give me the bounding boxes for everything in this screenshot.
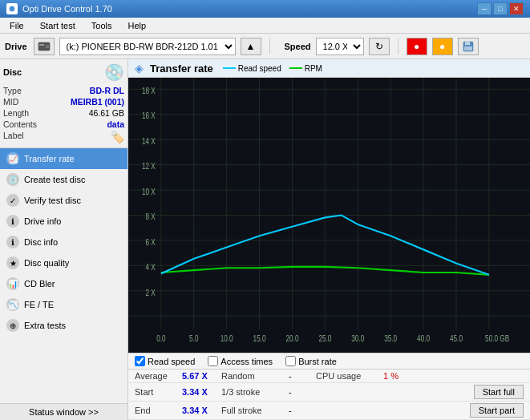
color-button2[interactable]: ● <box>432 38 453 55</box>
drive-info-icon: ℹ <box>6 215 19 228</box>
read-speed-checkbox[interactable] <box>135 356 145 366</box>
app-title: Opti Drive Control 1.70 <box>22 4 112 14</box>
status-window-button[interactable]: Status window >> <box>0 403 127 420</box>
menu-start-test[interactable]: Start test <box>34 19 82 32</box>
svg-text:40.0: 40.0 <box>417 333 430 343</box>
svg-text:2 X: 2 X <box>145 287 156 297</box>
svg-text:0.0: 0.0 <box>156 333 166 343</box>
svg-text:8 X: 8 X <box>145 212 156 222</box>
chart-header: ◈ Transfer rate Read speed RPM <box>128 59 530 78</box>
stat-1-3-stroke-label: 1/3 stroke <box>221 387 285 397</box>
svg-text:14 X: 14 X <box>142 136 156 147</box>
legend-read-color <box>223 67 236 69</box>
maximize-button[interactable]: □ <box>493 2 508 15</box>
stat-average-label: Average <box>135 371 179 381</box>
nav-fe-te-label: FE / TE <box>24 300 54 309</box>
svg-rect-6 <box>465 42 470 45</box>
svg-text:35.0: 35.0 <box>384 333 397 343</box>
toolbar: Drive (k:) PIONEER BD-RW BDR-212D 1.01 ▲… <box>0 34 530 59</box>
read-speed-checkbox-item: Read speed <box>135 356 195 366</box>
legend-rpm-color <box>289 67 302 69</box>
extra-tests-icon: ⊕ <box>6 319 19 332</box>
nav-cd-bler[interactable]: 📊 CD Bler <box>0 273 127 294</box>
read-speed-checkbox-label: Read speed <box>148 357 195 366</box>
stats-area: Average 5.67 X Random - CPU usage 1 % St… <box>128 369 530 420</box>
legend-rpm: RPM <box>289 64 322 73</box>
nav-extra-tests[interactable]: ⊕ Extra tests <box>0 315 127 336</box>
minimize-button[interactable]: ─ <box>477 2 492 15</box>
transfer-rate-icon: 📈 <box>6 152 19 165</box>
disc-contents-row: Contents data <box>3 119 124 130</box>
menu-tools[interactable]: Tools <box>85 19 119 32</box>
stat-cpu-label: CPU usage <box>316 371 380 381</box>
svg-text:50.0 GB: 50.0 GB <box>485 333 509 343</box>
stat-full-stroke-label: Full stroke <box>221 406 285 415</box>
legend-read-label: Read speed <box>238 64 281 73</box>
svg-text:5.0: 5.0 <box>189 333 199 343</box>
cd-bler-icon: 📊 <box>6 277 19 290</box>
speed-label: Speed <box>285 42 311 51</box>
toolbar-separator <box>269 38 270 55</box>
chart-title: Transfer rate <box>150 63 213 75</box>
disc-section: Disc 💿 Type BD-R DL MID MEIRB1 (001) Len… <box>0 59 127 148</box>
chart-legend: Read speed RPM <box>223 64 322 73</box>
speed-select[interactable]: 12.0 X <box>316 38 364 55</box>
svg-text:6 X: 6 X <box>145 236 156 247</box>
access-times-checkbox-label: Access times <box>220 357 273 366</box>
disc-length-val: 46.61 GB <box>89 108 124 118</box>
menu-help[interactable]: Help <box>121 19 152 32</box>
close-button[interactable]: ✕ <box>509 2 524 15</box>
refresh-button[interactable]: ↻ <box>369 38 390 55</box>
menu-bar: File Start test Tools Help <box>0 18 530 34</box>
nav-extra-tests-label: Extra tests <box>24 321 66 330</box>
svg-point-0 <box>9 6 15 12</box>
verify-test-disc-icon: ✓ <box>6 194 19 207</box>
nav-create-test-disc[interactable]: 💿 Create test disc <box>0 169 127 190</box>
nav-create-test-disc-label: Create test disc <box>24 175 85 184</box>
start-full-button[interactable]: Start full <box>474 385 524 399</box>
stat-cpu-val: 1 % <box>383 371 407 381</box>
disc-type-row: Type BD-R DL <box>3 85 124 96</box>
nav-transfer-rate[interactable]: 📈 Transfer rate <box>0 148 127 169</box>
nav-disc-quality[interactable]: ★ Disc quality <box>0 252 127 273</box>
left-panel: Disc 💿 Type BD-R DL MID MEIRB1 (001) Len… <box>0 59 128 420</box>
drive-select[interactable]: (k:) PIONEER BD-RW BDR-212D 1.01 <box>59 38 236 55</box>
eject-button[interactable]: ▲ <box>241 38 261 55</box>
stats-row-end: End 3.34 X Full stroke - Start part <box>128 402 530 420</box>
title-bar: Opti Drive Control 1.70 ─ □ ✕ <box>0 0 530 18</box>
stat-start-val: 3.34 X <box>182 387 218 397</box>
main-layout: Disc 💿 Type BD-R DL MID MEIRB1 (001) Len… <box>0 59 530 420</box>
save-button[interactable] <box>458 38 479 55</box>
start-part-button[interactable]: Start part <box>470 403 524 418</box>
disc-label-row: Label 🏷️ <box>3 130 124 144</box>
toolbar-sep2 <box>398 38 399 55</box>
drive-label: Drive <box>5 42 27 51</box>
disc-type-val: BD-R DL <box>90 86 124 95</box>
svg-text:45.0: 45.0 <box>450 333 463 343</box>
burst-rate-checkbox-label: Burst rate <box>298 357 337 366</box>
window-controls: ─ □ ✕ <box>477 2 524 15</box>
disc-title: Disc <box>3 67 22 77</box>
access-times-checkbox-item: Access times <box>208 356 273 366</box>
menu-file[interactable]: File <box>3 19 30 32</box>
nav-disc-info[interactable]: ℹ Disc info <box>0 232 127 252</box>
stat-full-stroke-val: - <box>289 406 313 415</box>
disc-length-row: Length 46.61 GB <box>3 107 124 119</box>
stat-start-label: Start <box>135 387 179 397</box>
drive-icon-button[interactable] <box>34 38 55 55</box>
disc-contents-val: data <box>107 119 124 129</box>
chart-controls: Read speed Access times Burst rate <box>128 353 530 369</box>
svg-text:10.0: 10.0 <box>220 333 233 343</box>
nav-drive-info[interactable]: ℹ Drive info <box>0 211 127 232</box>
color-button1[interactable]: ● <box>407 38 427 55</box>
chart-icon: ◈ <box>135 62 144 75</box>
disc-mid-label: MID <box>3 97 18 107</box>
svg-text:16 X: 16 X <box>142 111 156 121</box>
nav-verify-test-disc[interactable]: ✓ Verify test disc <box>0 190 127 211</box>
nav-fe-te[interactable]: 📉 FE / TE <box>0 294 127 315</box>
stat-average-val: 5.67 X <box>182 371 218 381</box>
nav-items: 📈 Transfer rate 💿 Create test disc ✓ Ver… <box>0 148 127 403</box>
burst-rate-checkbox[interactable] <box>285 356 296 366</box>
nav-verify-test-disc-label: Verify test disc <box>24 196 81 205</box>
access-times-checkbox[interactable] <box>208 356 218 366</box>
